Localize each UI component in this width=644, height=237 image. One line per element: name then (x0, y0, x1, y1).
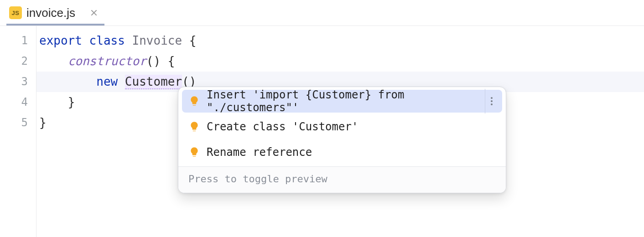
intention-label: Create class 'Customer' (207, 120, 496, 133)
line-number[interactable]: 3 (0, 72, 36, 92)
intention-popup: Insert 'import {Customer} from "./custom… (178, 87, 506, 193)
indent (39, 95, 68, 109)
tab-bar: JS invoice.js (0, 0, 644, 26)
close-icon[interactable] (89, 8, 99, 18)
brace-close: } (39, 116, 47, 129)
lightbulb-icon (188, 146, 200, 158)
lightbulb-icon (188, 95, 200, 107)
class-name: Invoice (132, 34, 182, 47)
tab-filename: invoice.js (26, 6, 75, 20)
code-line[interactable]: constructor() { (36, 51, 644, 72)
line-number[interactable]: 4 (0, 92, 36, 113)
paren-brace: () { (146, 54, 175, 68)
js-file-icon: JS (9, 6, 22, 19)
popup-footer-hint[interactable]: Press to toggle preview (178, 166, 506, 193)
gutter: 1 2 3 4 5 (0, 26, 36, 237)
dots-vertical-icon (491, 97, 493, 105)
intention-label: Rename reference (207, 146, 496, 159)
unresolved-identifier[interactable]: Customer (125, 75, 182, 89)
line-number[interactable]: 5 (0, 113, 36, 133)
intention-item-rename-reference[interactable]: Rename reference (182, 141, 502, 164)
brace-open: { (182, 34, 196, 47)
editor-tab[interactable]: JS invoice.js (6, 0, 104, 26)
intention-item-create-class[interactable]: Create class 'Customer' (182, 115, 502, 138)
brace-close: } (68, 95, 75, 109)
line-number[interactable]: 1 (0, 31, 36, 51)
keyword-new: new (96, 75, 118, 88)
editor: 1 2 3 4 5 export class Invoice { constru… (0, 26, 644, 237)
lightbulb-icon (188, 121, 200, 133)
code-area[interactable]: export class Invoice { constructor() { n… (36, 26, 644, 237)
keyword-export: export (39, 34, 82, 47)
indent (39, 75, 96, 88)
more-options-button[interactable] (485, 89, 498, 113)
intention-item-insert-import[interactable]: Insert 'import {Customer} from "./custom… (182, 90, 502, 113)
indent (39, 54, 68, 68)
keyword-class: class (89, 34, 125, 47)
code-line[interactable]: export class Invoice { (36, 31, 644, 51)
line-number[interactable]: 2 (0, 51, 36, 72)
file-icon-text: JS (12, 10, 20, 16)
space (118, 75, 125, 88)
intention-label: Insert 'import {Customer} from "./custom… (207, 88, 477, 114)
constructor-keyword: constructor (68, 54, 146, 68)
